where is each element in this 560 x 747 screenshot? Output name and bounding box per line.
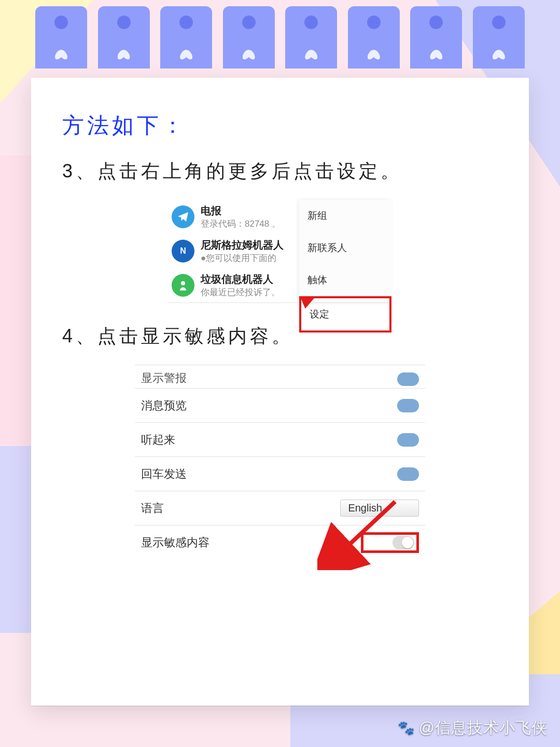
toggle-switch[interactable] xyxy=(397,433,419,447)
settings-label: 回车发送 xyxy=(141,466,187,482)
settings-row: 消息预览 xyxy=(135,389,425,423)
watermark-text: @信息技术小飞侠 xyxy=(419,717,548,739)
section-title: 方法如下： xyxy=(62,111,498,140)
settings-row: 回车发送 xyxy=(135,457,425,491)
menu-item-new-group[interactable]: 新组 xyxy=(299,200,391,232)
chat-subtext: 你最近已经投诉了。 xyxy=(201,286,280,298)
chat-name: 电报 xyxy=(201,204,281,218)
paw-icon: 🐾 xyxy=(398,720,415,736)
bot-icon: N xyxy=(172,240,194,262)
screenshot-sensitive-toggle: 显示警报 消息预览 听起来 回车发送 语言 English 显示敏感内容 xyxy=(135,365,425,560)
step-4-text: 4、点击显示敏感内容。 xyxy=(62,324,498,349)
chat-subtext: 登录代码：82748 。 xyxy=(201,218,281,230)
settings-label: 语言 xyxy=(141,501,164,516)
step-3-text: 3、点击右上角的更多后点击设定。 xyxy=(62,159,498,184)
annotation-highlight xyxy=(361,532,419,553)
toggle-switch[interactable] xyxy=(397,467,419,481)
settings-row: 显示警报 xyxy=(135,365,425,389)
menu-item-new-contact[interactable]: 新联系人 xyxy=(299,232,391,264)
telegram-icon xyxy=(172,205,194,228)
dropdown-menu: 新组 新联系人 触体 设定 xyxy=(299,200,391,302)
annotation-arrow-icon xyxy=(298,297,315,309)
chat-name: 垃圾信息机器人 xyxy=(201,272,280,286)
svg-point-0 xyxy=(181,281,185,285)
chat-name: 尼斯格拉姆机器人 xyxy=(201,238,284,252)
toggle-switch-sensitive[interactable] xyxy=(393,536,414,549)
toggle-switch[interactable] xyxy=(397,372,419,386)
settings-label: 听起来 xyxy=(141,432,175,448)
content-card: 方法如下： 3、点击右上角的更多后点击设定。 电报 登录代码：82748 。 N… xyxy=(31,78,529,706)
chat-subtext: ●您可以使用下面的 xyxy=(201,252,284,264)
language-select[interactable]: English xyxy=(340,500,419,517)
screenshot-settings-menu: 电报 登录代码：82748 。 N 尼斯格拉姆机器人 ●您可以使用下面的 垃圾信… xyxy=(169,200,391,303)
menu-item-contacts[interactable]: 触体 xyxy=(299,264,391,296)
settings-label: 显示敏感内容 xyxy=(141,535,209,550)
toggle-switch[interactable] xyxy=(397,399,419,412)
settings-label: 显示警报 xyxy=(141,370,187,386)
settings-label: 消息预览 xyxy=(141,398,187,413)
settings-row-sensitive: 显示敏感内容 xyxy=(135,525,425,560)
author-watermark: 🐾 @信息技术小飞侠 xyxy=(398,717,548,739)
spambot-icon xyxy=(172,274,194,297)
settings-row: 听起来 xyxy=(135,423,425,457)
settings-row-language: 语言 English xyxy=(135,491,425,525)
